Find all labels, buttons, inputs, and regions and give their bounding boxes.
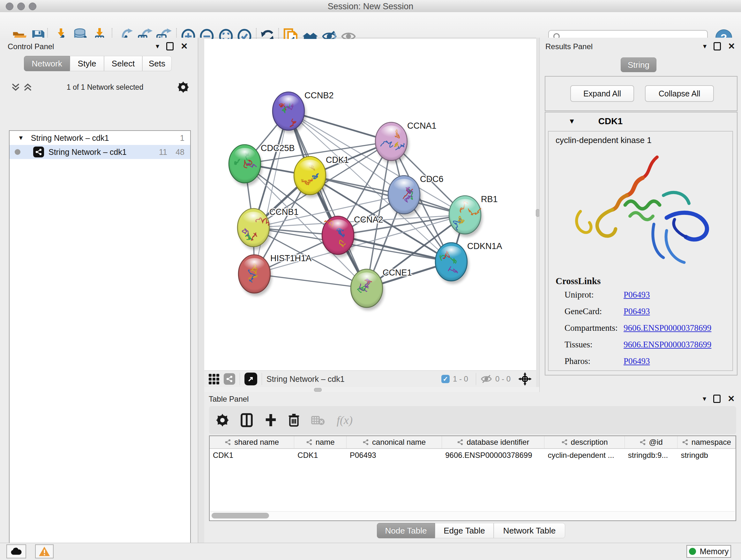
network-node-rb1[interactable]: RB1 xyxy=(449,194,498,237)
table-toolbar: f(x) xyxy=(209,406,736,434)
panel-float-icon[interactable] xyxy=(166,42,174,51)
network-node-cdc25b[interactable]: CDC25B xyxy=(229,143,295,186)
expand-all-icon[interactable] xyxy=(23,83,32,91)
collapse-all-button[interactable]: Collapse All xyxy=(645,85,714,102)
toolbar-separator xyxy=(262,373,262,385)
panel-menu-icon[interactable]: ▾ xyxy=(156,42,159,51)
expand-all-button[interactable]: Expand All xyxy=(570,85,634,102)
network-node-hist1h1a[interactable]: HIST1H1A xyxy=(239,253,312,296)
protein-description: cyclin-dependent kinase 1 xyxy=(556,135,652,145)
node-label: CDKN1A xyxy=(467,241,502,251)
table-cell: CDK1 xyxy=(210,449,294,462)
collapse-all-icon[interactable] xyxy=(11,83,20,91)
column-header-database-identifier[interactable]: database identifier xyxy=(442,436,544,448)
column-header-namespace[interactable]: namespace xyxy=(677,436,736,448)
tab-string[interactable]: String xyxy=(621,57,657,72)
column-header-shared-name[interactable]: shared name xyxy=(210,436,294,448)
tab-edge-table[interactable]: Edge Table xyxy=(435,523,494,538)
warning-button[interactable] xyxy=(35,544,54,558)
tab-network[interactable]: Network xyxy=(24,56,70,71)
column-header-canonical-name[interactable]: canonical name xyxy=(347,436,442,448)
table-row[interactable]: CDK1CDK1P064939606.ENSP00000378699cyclin… xyxy=(210,449,736,462)
application-window: Session: New Session xyxy=(0,0,741,560)
window-title: Session: New Session xyxy=(0,2,741,11)
crosslink-link[interactable]: P06493 xyxy=(623,290,650,300)
network-node-cdc6[interactable]: CDC6 xyxy=(388,174,444,217)
panel-close-icon[interactable]: ✕ xyxy=(181,43,188,50)
section-collapse-icon[interactable]: ▼ xyxy=(568,117,576,125)
panel-close-icon[interactable]: ✕ xyxy=(728,43,735,50)
node-label: RB1 xyxy=(481,194,498,204)
panel-close-icon[interactable]: ✕ xyxy=(728,395,735,402)
crosslink-link[interactable]: 9606.ENSP00000378699 xyxy=(623,340,711,350)
network-graph: CCNB2CCNA1CDC25BCDK1CDC6RB1CCNB1CCNA2CDK… xyxy=(204,39,536,370)
network-edge[interactable] xyxy=(254,111,288,274)
network-node-cdk1[interactable]: CDK1 xyxy=(294,155,349,198)
vertical-splitter-left[interactable] xyxy=(198,38,204,543)
column-type-icon xyxy=(362,439,369,445)
control-panel-window-buttons: ▾ ✕ xyxy=(156,42,188,51)
network-view-toolbar: String Network – cdk1 ✓ 1 - 0 0 - 0 xyxy=(204,370,536,387)
add-column-icon[interactable] xyxy=(265,414,277,427)
tab-style[interactable]: Style xyxy=(70,56,104,71)
tab-node-table[interactable]: Node Table xyxy=(377,523,435,538)
crosslink-link[interactable]: P06493 xyxy=(623,356,650,366)
panel-float-icon[interactable] xyxy=(713,395,721,403)
collection-expand-icon[interactable]: ▼ xyxy=(18,134,24,141)
crosslink-row: Compartments:9606.ENSP00000378699 xyxy=(564,323,724,333)
column-header-name[interactable]: name xyxy=(294,436,347,448)
memory-status-dot-icon xyxy=(689,548,696,555)
crosslink-label: GeneCard: xyxy=(564,307,623,316)
crosslink-link[interactable]: 9606.ENSP00000378699 xyxy=(623,323,711,333)
node-table: shared namenamecanonical namedatabase id… xyxy=(209,435,736,521)
network-options-gear-icon[interactable] xyxy=(178,81,189,93)
panel-float-icon[interactable] xyxy=(714,42,721,51)
delete-column-icon[interactable] xyxy=(288,413,300,427)
network-node-ccnb2[interactable]: CCNB2 xyxy=(273,91,334,133)
detach-view-icon[interactable] xyxy=(245,373,257,385)
tab-sets[interactable]: Sets xyxy=(142,56,172,71)
column-header--id[interactable]: @id xyxy=(625,436,678,448)
collection-count: 1 xyxy=(180,133,185,143)
node-label: CCNA2 xyxy=(354,215,383,225)
panel-menu-icon[interactable]: ▾ xyxy=(703,395,706,403)
network-canvas[interactable]: CCNB2CCNA1CDC25BCDK1CDC6RB1CCNB1CCNA2CDK… xyxy=(204,39,536,370)
network-badge-icon[interactable] xyxy=(224,373,235,385)
protein-section-header[interactable]: ▼ CDK1 xyxy=(545,112,737,130)
table-options-gear-icon[interactable] xyxy=(216,414,229,427)
crosslinks-list: Uniprot:P06493GeneCard:P06493Compartment… xyxy=(564,290,724,373)
scrollbar-thumb[interactable] xyxy=(212,513,269,518)
network-node-cdkn1a[interactable]: CDKN1A xyxy=(435,241,502,284)
cloud-button[interactable] xyxy=(6,544,26,558)
protein-section: ▼ CDK1 cyclin-dependent kinase 1 xyxy=(545,112,738,375)
function-builder-icon: f(x) xyxy=(337,414,353,427)
column-type-icon xyxy=(225,439,231,445)
network-row-selected[interactable]: String Network – cdk1 11 48 xyxy=(10,145,190,159)
network-node-ccne1[interactable]: CCNE1 xyxy=(351,268,412,310)
table-cell: 9606.ENSP00000378699 xyxy=(442,449,544,462)
tab-select[interactable]: Select xyxy=(104,56,142,71)
network-node-ccna1[interactable]: CCNA1 xyxy=(375,121,436,164)
splitter-handle[interactable] xyxy=(314,388,322,392)
network-label: String Network – cdk1 xyxy=(49,147,127,157)
pan-crosshair-icon[interactable] xyxy=(518,372,532,386)
memory-button[interactable]: Memory xyxy=(686,545,731,558)
crosslink-link[interactable]: P06493 xyxy=(623,307,650,316)
column-header-label: canonical name xyxy=(372,438,426,447)
protein-name: CDK1 xyxy=(598,116,623,126)
panel-menu-icon[interactable]: ▾ xyxy=(703,42,706,51)
control-panel: Control Panel ▾ ✕ Network Style Select S… xyxy=(0,38,198,543)
selected-checkbox-icon[interactable]: ✓ xyxy=(441,375,450,383)
column-header-label: database identifier xyxy=(467,438,529,447)
show-columns-icon[interactable] xyxy=(240,413,253,427)
table-cell: cyclin-dependent ... xyxy=(544,449,624,462)
tab-network-table[interactable]: Network Table xyxy=(494,523,565,538)
crosslink-row: Pharos:P06493 xyxy=(564,356,724,366)
table-cell: stringdb:9... xyxy=(625,449,678,462)
column-header-description[interactable]: description xyxy=(544,436,624,448)
network-collection-row[interactable]: ▼ String Network – cdk1 1 xyxy=(10,131,190,145)
current-network-dot-icon xyxy=(15,149,20,155)
table-hscrollbar[interactable] xyxy=(210,511,735,520)
table-header-row: shared namenamecanonical namedatabase id… xyxy=(210,436,736,449)
birds-eye-view-icon[interactable] xyxy=(209,374,219,384)
